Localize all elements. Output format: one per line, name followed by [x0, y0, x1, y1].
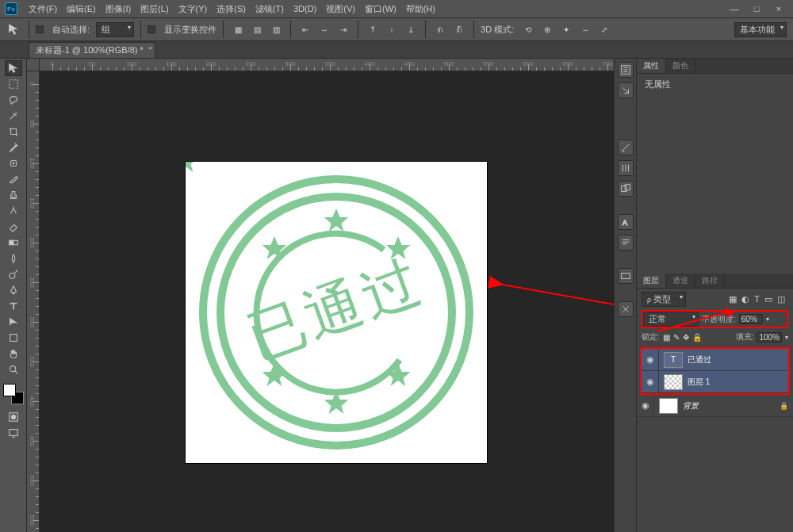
- align-left-icon[interactable]: ⇤: [297, 21, 313, 37]
- menu-filter[interactable]: 滤镜(T): [251, 2, 289, 17]
- tab-color[interactable]: 颜色: [666, 59, 695, 73]
- panel-icon-character[interactable]: A: [618, 214, 634, 230]
- filter-smart-icon[interactable]: ◫: [777, 294, 785, 304]
- layer-name[interactable]: 图层 1: [688, 377, 710, 388]
- 3d-icon-3[interactable]: ✦: [558, 21, 574, 37]
- tool-pen[interactable]: [5, 282, 22, 298]
- distribute-icon-1[interactable]: ⫙: [432, 21, 448, 37]
- tool-brush[interactable]: [5, 171, 22, 187]
- btn-close[interactable]: ×: [772, 4, 785, 13]
- panel-icon-brush[interactable]: [618, 140, 634, 155]
- tab-layers[interactable]: 图层: [637, 274, 666, 288]
- panel-icon-history[interactable]: [618, 62, 634, 78]
- btn-minimize[interactable]: —: [728, 4, 741, 13]
- layer-name[interactable]: 背景: [683, 400, 699, 411]
- tool-shape[interactable]: [5, 330, 22, 346]
- fill-value[interactable]: 100%: [757, 332, 782, 343]
- tool-blur[interactable]: [5, 251, 22, 266]
- panel-icon-nav[interactable]: [618, 268, 634, 284]
- 3d-icon-2[interactable]: ⊕: [539, 21, 555, 37]
- tool-wand[interactable]: [5, 108, 22, 124]
- opacity-value[interactable]: 60%: [739, 314, 763, 324]
- blend-mode-dropdown[interactable]: 正常: [643, 312, 699, 327]
- tool-stamp[interactable]: [5, 187, 22, 203]
- menu-image[interactable]: 图像(I): [101, 2, 136, 17]
- align-icon-3[interactable]: ▥: [268, 21, 284, 37]
- document-tab-close[interactable]: ×: [148, 44, 152, 52]
- menu-window[interactable]: 窗口(W): [360, 2, 401, 17]
- align-icon-1[interactable]: ▦: [230, 21, 246, 37]
- tab-paths[interactable]: 路径: [695, 274, 725, 288]
- ruler-vertical[interactable]: 050100150200250300350400450500550600: [27, 71, 40, 532]
- lock-move-icon[interactable]: ✥: [683, 333, 689, 342]
- move-tool-icon[interactable]: [6, 21, 22, 37]
- filter-adjust-icon[interactable]: ◐: [741, 294, 749, 304]
- tool-path-select[interactable]: [5, 314, 22, 330]
- panel-icon-brushes[interactable]: [618, 160, 634, 176]
- visibility-icon[interactable]: ◉: [642, 349, 659, 370]
- canvas-area[interactable]: 0501001502002503003504004505005506006507…: [27, 59, 614, 532]
- menu-file[interactable]: 文件(F): [24, 2, 62, 17]
- tool-quickmask[interactable]: [5, 409, 22, 425]
- autoselect-dropdown[interactable]: 组: [96, 22, 134, 37]
- tool-eyedropper[interactable]: [5, 140, 22, 155]
- tool-dodge[interactable]: [5, 266, 22, 282]
- filter-type-icon[interactable]: T: [754, 294, 760, 304]
- lock-all-icon[interactable]: 🔒: [692, 333, 702, 342]
- artboard[interactable]: 已通过: [186, 162, 487, 463]
- workspace-dropdown[interactable]: 基本功能: [734, 22, 787, 37]
- panel-icon-clone[interactable]: [618, 181, 634, 197]
- tab-properties[interactable]: 属性: [637, 59, 666, 73]
- visibility-icon[interactable]: ◉: [642, 371, 659, 392]
- align-top-icon[interactable]: ⤒: [365, 21, 381, 37]
- menu-select[interactable]: 选择(S): [212, 2, 251, 17]
- layer-row[interactable]: ◉ T 已通过: [642, 349, 788, 371]
- layer-row[interactable]: ◉ 图层 1: [642, 371, 788, 393]
- tool-crop[interactable]: [5, 124, 22, 140]
- align-center-v-icon[interactable]: ↕: [384, 21, 400, 37]
- tool-type[interactable]: [5, 298, 22, 314]
- menu-edit[interactable]: 编辑(E): [62, 2, 101, 17]
- tool-move[interactable]: [5, 60, 22, 76]
- align-center-h-icon[interactable]: ↔: [316, 21, 332, 37]
- chk-autoselect[interactable]: [36, 25, 44, 33]
- tool-screen-mode[interactable]: [5, 425, 22, 441]
- btn-maximize[interactable]: □: [750, 4, 763, 13]
- align-icon-2[interactable]: ▤: [249, 21, 265, 37]
- panel-icon-paragraph[interactable]: [618, 235, 634, 251]
- chk-transform[interactable]: [147, 25, 155, 33]
- filter-shape-icon[interactable]: ▭: [764, 294, 772, 304]
- align-right-icon[interactable]: ⇥: [335, 21, 351, 37]
- 3d-icon-5[interactable]: ⤢: [596, 21, 612, 37]
- panel-icon-arrow[interactable]: [618, 82, 634, 98]
- color-swatch[interactable]: [3, 384, 24, 404]
- layer-row[interactable]: ◉ 背景 🔒: [637, 395, 793, 417]
- tool-zoom[interactable]: [5, 362, 22, 377]
- 3d-icon-1[interactable]: ⟲: [520, 21, 536, 37]
- tool-marquee[interactable]: [5, 76, 22, 92]
- layer-name[interactable]: 已通过: [688, 354, 711, 366]
- foreground-color[interactable]: [3, 384, 16, 396]
- document-tab[interactable]: 未标题-1 @ 100%(RGB/8) * ×: [29, 42, 155, 58]
- panel-icon-tools[interactable]: [618, 301, 634, 317]
- tool-eraser[interactable]: [5, 219, 22, 235]
- tool-heal[interactable]: [5, 155, 22, 171]
- tool-gradient[interactable]: [5, 235, 22, 251]
- menu-layer[interactable]: 图层(L): [136, 2, 173, 17]
- tool-history[interactable]: [5, 203, 22, 219]
- visibility-icon[interactable]: ◉: [637, 395, 654, 416]
- align-bottom-icon[interactable]: ⤓: [403, 21, 419, 37]
- ruler-horizontal[interactable]: 0501001502002503003504004505005506006507…: [40, 59, 614, 71]
- tool-lasso[interactable]: [5, 92, 22, 108]
- menu-type[interactable]: 文字(Y): [174, 2, 213, 17]
- lock-pixels-icon[interactable]: ▦: [663, 333, 670, 342]
- layer-kind-dropdown[interactable]: ρ 类型: [642, 292, 686, 307]
- menu-view[interactable]: 视图(V): [321, 2, 360, 17]
- tab-channels[interactable]: 通道: [666, 274, 695, 288]
- distribute-icon-2[interactable]: ⫚: [451, 21, 467, 37]
- menu-help[interactable]: 帮助(H): [401, 2, 440, 17]
- tool-hand[interactable]: [5, 346, 22, 362]
- filter-pixel-icon[interactable]: ▦: [729, 294, 737, 304]
- menu-3d[interactable]: 3D(D): [289, 2, 321, 15]
- 3d-icon-4[interactable]: ↔: [577, 21, 593, 37]
